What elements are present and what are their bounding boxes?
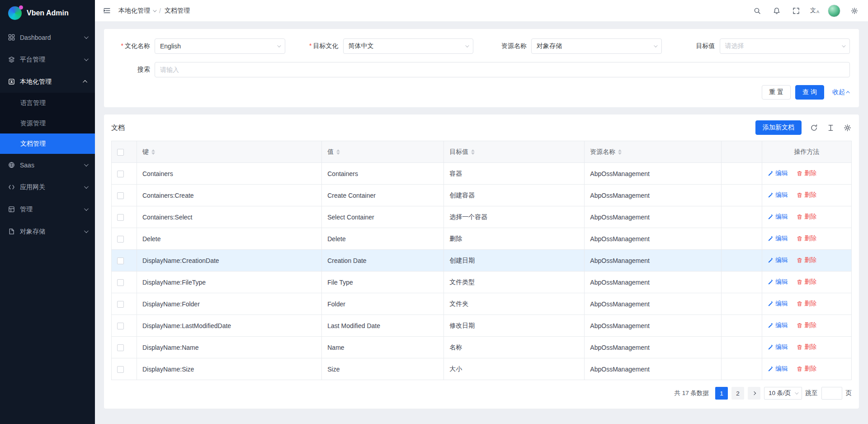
cell-target: 删除 bbox=[444, 228, 585, 250]
language-switch-icon[interactable]: 文A bbox=[810, 7, 819, 14]
page-size-select[interactable]: 10 条/页 bbox=[764, 387, 802, 400]
refresh-icon[interactable] bbox=[809, 123, 818, 132]
sidebar-item-localization[interactable]: 本地化管理 bbox=[0, 71, 95, 93]
sidebar-item-document-management[interactable]: 文档管理 bbox=[0, 133, 95, 154]
column-header-key[interactable]: 键 bbox=[137, 141, 322, 163]
column-settings-gear-icon[interactable] bbox=[843, 123, 852, 132]
sidebar-item-platform[interactable]: 平台管理 bbox=[0, 48, 95, 71]
chevron-down-icon bbox=[465, 43, 469, 47]
row-checkbox[interactable] bbox=[117, 214, 124, 221]
edit-button[interactable]: 编辑 bbox=[768, 278, 788, 286]
sort-icon[interactable] bbox=[336, 149, 340, 155]
search-input[interactable] bbox=[155, 62, 850, 77]
cell-value: File Type bbox=[322, 272, 444, 293]
column-header-target[interactable]: 目标值 bbox=[444, 141, 585, 163]
edit-button[interactable]: 编辑 bbox=[768, 213, 788, 221]
row-height-icon[interactable] bbox=[826, 123, 835, 132]
sidebar-item-object-storage[interactable]: 对象存储 bbox=[0, 220, 95, 243]
edit-button[interactable]: 编辑 bbox=[768, 321, 788, 329]
delete-button[interactable]: 删除 bbox=[797, 191, 816, 199]
row-checkbox[interactable] bbox=[117, 344, 124, 351]
column-header-value[interactable]: 值 bbox=[322, 141, 444, 163]
pagination-total: 共 17 条数据 bbox=[674, 389, 709, 397]
row-checkbox[interactable] bbox=[117, 257, 124, 264]
delete-button[interactable]: 删除 bbox=[797, 343, 816, 351]
gateway-icon bbox=[8, 184, 15, 191]
sidebar-item-language-management[interactable]: 语言管理 bbox=[0, 93, 95, 113]
table-row: DisplayName:LastModifiedDate Last Modifi… bbox=[112, 315, 852, 337]
edit-button[interactable]: 编辑 bbox=[768, 169, 788, 177]
collapse-link[interactable]: 收起 bbox=[832, 88, 850, 96]
select-all-checkbox[interactable] bbox=[117, 149, 124, 156]
row-checkbox[interactable] bbox=[117, 171, 124, 177]
reset-button[interactable]: 重 置 bbox=[762, 85, 791, 100]
sidebar-item-resource-management[interactable]: 资源管理 bbox=[0, 113, 95, 133]
notification-bell-icon[interactable] bbox=[771, 5, 782, 16]
add-document-button[interactable]: 添加新文档 bbox=[755, 120, 802, 135]
cell-spacer bbox=[722, 337, 762, 358]
edit-button[interactable]: 编辑 bbox=[768, 365, 788, 373]
row-checkbox[interactable] bbox=[117, 301, 124, 308]
edit-button[interactable]: 编辑 bbox=[768, 300, 788, 308]
field-resource-name: 资源名称 对象存储 bbox=[490, 38, 662, 54]
delete-button[interactable]: 删除 bbox=[797, 234, 816, 243]
avatar[interactable] bbox=[828, 5, 840, 17]
jump-page-input[interactable] bbox=[821, 387, 842, 400]
cell-actions: 编辑 删除 bbox=[762, 358, 852, 380]
target-value-select[interactable]: 请选择 bbox=[720, 38, 850, 54]
cell-value: Select Container bbox=[322, 206, 444, 228]
jump-label: 跳至 bbox=[806, 389, 818, 397]
delete-button[interactable]: 删除 bbox=[797, 213, 816, 221]
logo[interactable]: Vben Admin bbox=[0, 0, 95, 26]
row-checkbox[interactable] bbox=[117, 236, 124, 243]
delete-button[interactable]: 删除 bbox=[797, 365, 816, 373]
column-header-spacer bbox=[722, 141, 762, 163]
delete-button[interactable]: 删除 bbox=[797, 278, 816, 286]
field-culture-name: *文化名称 English bbox=[113, 38, 285, 54]
row-checkbox[interactable] bbox=[117, 323, 124, 329]
row-checkbox[interactable] bbox=[117, 366, 124, 373]
sidebar-collapse-icon[interactable] bbox=[101, 5, 112, 16]
page-button-2[interactable]: 2 bbox=[731, 387, 744, 400]
sidebar-item-gateway[interactable]: 应用网关 bbox=[0, 176, 95, 198]
row-checkbox[interactable] bbox=[117, 192, 124, 199]
sidebar-item-saas[interactable]: Saas bbox=[0, 154, 95, 176]
culture-name-select[interactable]: English bbox=[155, 38, 285, 54]
row-checkbox[interactable] bbox=[117, 279, 124, 286]
delete-button[interactable]: 删除 bbox=[797, 169, 816, 177]
resource-name-select[interactable]: 对象存储 bbox=[531, 38, 662, 54]
column-header-resource[interactable]: 资源名称 bbox=[585, 141, 722, 163]
cell-key: Delete bbox=[137, 228, 322, 250]
edit-button[interactable]: 编辑 bbox=[768, 234, 788, 243]
delete-button[interactable]: 删除 bbox=[797, 321, 816, 329]
cell-key: Containers:Select bbox=[137, 206, 322, 228]
delete-button[interactable]: 删除 bbox=[797, 300, 816, 308]
edit-button[interactable]: 编辑 bbox=[768, 343, 788, 351]
document-table-panel: 文档 添加新文档 bbox=[104, 114, 859, 409]
breadcrumb-parent[interactable]: 本地化管理 bbox=[118, 7, 156, 15]
sort-icon[interactable] bbox=[151, 149, 155, 155]
chevron-down-icon bbox=[842, 43, 845, 47]
edit-button[interactable]: 编辑 bbox=[768, 256, 788, 264]
fullscreen-icon[interactable] bbox=[791, 5, 802, 16]
cell-resource: AbpOssManagement bbox=[585, 163, 722, 185]
sidebar-item-dashboard[interactable]: Dashboard bbox=[0, 26, 95, 48]
topbar-actions: 文A bbox=[752, 5, 860, 17]
sort-icon[interactable] bbox=[471, 149, 475, 155]
sort-icon[interactable] bbox=[618, 149, 622, 155]
gear-icon[interactable] bbox=[849, 5, 860, 16]
table-title: 文档 bbox=[111, 124, 125, 132]
query-button[interactable]: 查 询 bbox=[795, 85, 824, 100]
search-icon[interactable] bbox=[752, 5, 763, 16]
field-search: 搜索 bbox=[113, 62, 850, 77]
trash-icon bbox=[797, 236, 802, 242]
cell-resource: AbpOssManagement bbox=[585, 250, 722, 272]
sidebar-item-admin[interactable]: 管理 bbox=[0, 198, 95, 220]
target-culture-select[interactable]: 简体中文 bbox=[343, 38, 474, 54]
chevron-down-icon bbox=[84, 184, 89, 189]
next-page-button[interactable] bbox=[748, 387, 760, 400]
cell-resource: AbpOssManagement bbox=[585, 206, 722, 228]
delete-button[interactable]: 删除 bbox=[797, 256, 816, 264]
edit-button[interactable]: 编辑 bbox=[768, 191, 788, 199]
page-button-1[interactable]: 1 bbox=[715, 387, 728, 400]
